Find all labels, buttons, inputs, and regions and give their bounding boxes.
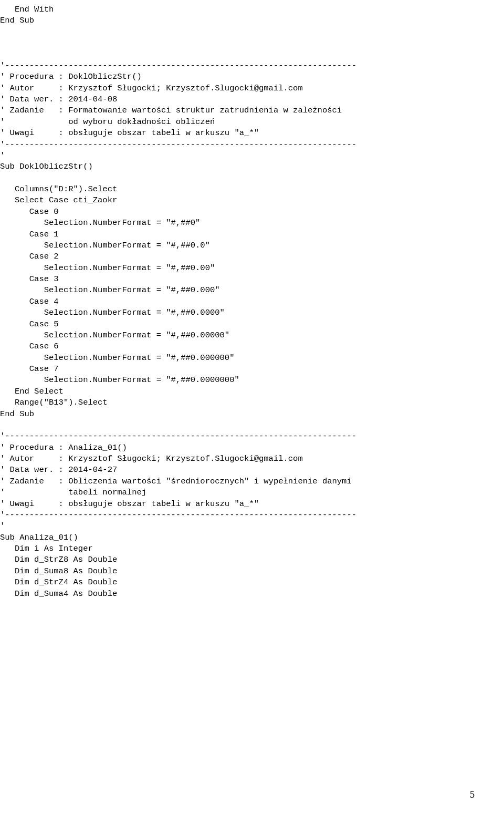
page-number: 5 xyxy=(470,788,475,801)
document-page: End With End Sub '----------------------… xyxy=(0,0,504,815)
code-block: End With End Sub '----------------------… xyxy=(0,4,472,600)
